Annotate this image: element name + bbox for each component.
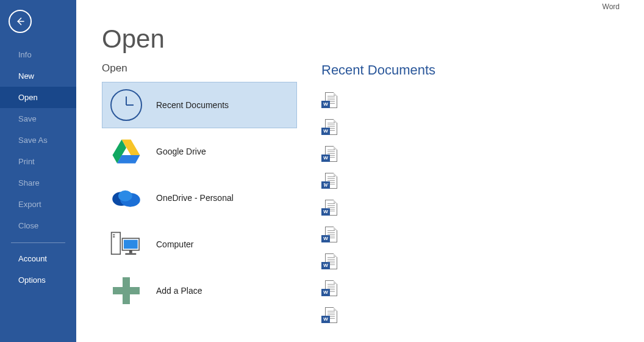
place-recent-documents[interactable]: Recent Documents — [102, 82, 297, 128]
open-places-title: Open — [102, 62, 297, 75]
word-document-icon: W — [321, 307, 337, 326]
recent-document-item[interactable]: W — [321, 222, 644, 249]
sidebar-item-account[interactable]: Account — [0, 248, 76, 269]
word-document-icon: W — [321, 253, 337, 272]
recent-document-item[interactable]: W — [321, 169, 644, 195]
onedrive-icon — [109, 180, 144, 216]
recent-document-item[interactable]: W — [321, 142, 644, 169]
computer-icon — [109, 227, 144, 262]
backstage-sidebar: Info New Open Save Save As Print Share E… — [0, 0, 76, 342]
svg-rect-7 — [112, 233, 121, 255]
recent-document-item[interactable]: W — [321, 249, 644, 276]
google-drive-icon — [109, 134, 144, 169]
sidebar-item-open[interactable]: Open — [0, 87, 76, 108]
word-document-icon: W — [321, 227, 337, 245]
recent-document-item[interactable]: W — [321, 195, 644, 222]
svg-rect-11 — [124, 240, 138, 249]
word-document-icon: W — [321, 146, 337, 164]
sidebar-item-info[interactable]: Info — [0, 44, 76, 65]
place-label: Google Drive — [156, 147, 206, 156]
sidebar-item-export[interactable]: Export — [0, 194, 76, 215]
place-add-a-place[interactable]: Add a Place — [102, 267, 297, 314]
word-document-icon: W — [321, 200, 337, 218]
word-document-icon: W — [321, 119, 337, 137]
place-label: Add a Place — [156, 286, 202, 296]
clock-icon — [109, 87, 144, 123]
sidebar-item-new[interactable]: New — [0, 65, 76, 87]
back-arrow-icon — [15, 16, 26, 27]
sidebar-item-share[interactable]: Share — [0, 172, 76, 194]
recent-document-item[interactable]: W — [321, 88, 644, 115]
sidebar-divider — [11, 242, 65, 243]
sidebar-item-close[interactable]: Close — [0, 215, 76, 236]
recent-documents-title: Recent Documents — [321, 62, 644, 78]
svg-rect-12 — [129, 250, 132, 253]
place-label: Computer — [156, 239, 193, 249]
sidebar-item-saveas[interactable]: Save As — [0, 129, 76, 151]
place-onedrive[interactable]: OneDrive - Personal — [102, 175, 297, 221]
svg-rect-8 — [113, 235, 115, 236]
recent-documents-column: Recent Documents WWWWWWWWW — [297, 62, 644, 342]
word-document-icon: W — [321, 92, 337, 111]
place-google-drive[interactable]: Google Drive — [102, 128, 297, 175]
svg-rect-9 — [113, 236, 115, 238]
word-document-icon: W — [321, 280, 337, 299]
recent-document-item[interactable]: W — [321, 115, 644, 142]
svg-point-6 — [118, 191, 132, 202]
sidebar-item-save[interactable]: Save — [0, 108, 76, 129]
add-place-icon — [109, 273, 144, 308]
page-title: Open — [102, 24, 644, 54]
recent-document-item[interactable]: W — [321, 276, 644, 303]
place-computer[interactable]: Computer — [102, 221, 297, 267]
recent-document-item[interactable]: W — [321, 303, 644, 330]
window-title: Word — [603, 2, 620, 11]
sidebar-item-options[interactable]: Options — [0, 269, 76, 291]
back-button[interactable] — [9, 10, 32, 33]
svg-rect-13 — [125, 253, 136, 255]
sidebar-item-print[interactable]: Print — [0, 151, 76, 172]
word-document-icon: W — [321, 173, 337, 191]
place-label: OneDrive - Personal — [156, 193, 234, 203]
open-places-column: Open Recent Documents G — [102, 62, 297, 342]
place-label: Recent Documents — [156, 100, 229, 110]
